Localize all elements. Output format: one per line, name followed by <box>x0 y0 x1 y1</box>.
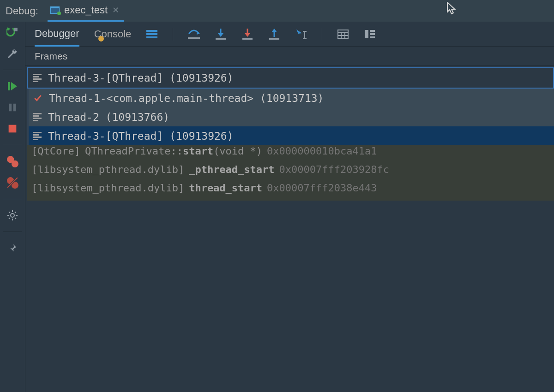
svg-rect-39 <box>370 30 375 32</box>
settings-icon[interactable] <box>6 209 18 221</box>
pin-icon[interactable] <box>6 242 18 254</box>
thread-option-2[interactable]: Thread-2 (10913766) <box>29 107 554 126</box>
wrench-icon[interactable] <box>6 48 18 59</box>
svg-rect-2 <box>9 104 12 112</box>
thread-dropdown: Thread-1-<com.apple.main-thread> (109137… <box>27 89 554 145</box>
thread-option-1[interactable]: Thread-1-<com.apple.main-thread> (109137… <box>29 89 554 107</box>
svg-rect-3 <box>13 104 16 112</box>
svg-rect-0 <box>14 28 18 31</box>
frame-addr: 0x00007fff203928fc <box>279 164 389 175</box>
debug-title: Debug: <box>6 5 38 17</box>
svg-rect-27 <box>242 38 253 40</box>
debug-tabrow: Debugger Console <box>25 22 554 47</box>
svg-rect-38 <box>365 30 368 38</box>
frame-fn-prefix: QThreadPrivate:: <box>85 145 183 157</box>
svg-point-6 <box>12 160 18 167</box>
thread-icon <box>33 132 42 140</box>
thread-selector[interactable]: Thread-3-[QThread] (10913926) <box>27 67 554 89</box>
stack-frame[interactable]: [QtCore] QThreadPrivate::start(void *) 0… <box>27 145 554 164</box>
frame-sig: (void *) <box>213 145 262 157</box>
svg-line-16 <box>9 212 10 213</box>
mouse-cursor <box>447 2 456 13</box>
svg-rect-22 <box>146 36 157 38</box>
rerun-icon[interactable] <box>6 26 18 38</box>
frame-fn: thread_start <box>189 182 262 194</box>
console-activity-dot <box>98 36 104 42</box>
svg-rect-23 <box>188 37 200 39</box>
svg-line-19 <box>15 212 16 213</box>
evaluate-icon[interactable] <box>337 28 349 40</box>
svg-rect-33 <box>338 30 348 38</box>
step-over-icon[interactable] <box>188 28 200 40</box>
frames-header: Frames <box>25 47 554 66</box>
stop-icon[interactable] <box>6 123 18 135</box>
svg-rect-25 <box>216 38 226 40</box>
check-icon <box>33 94 42 102</box>
frame-fn: _pthread_start <box>189 164 274 175</box>
thread-option-label: Thread-2 (10913766) <box>48 111 169 123</box>
run-config-icon <box>50 6 60 14</box>
breakpoints-icon[interactable] <box>6 155 18 167</box>
thread-option-3[interactable]: Thread-3-[QThread] (10913926) <box>29 126 554 145</box>
svg-rect-20 <box>146 30 157 32</box>
step-into-icon[interactable] <box>215 28 227 40</box>
svg-rect-40 <box>370 33 375 35</box>
layout-icon[interactable] <box>364 28 376 40</box>
frame-module: [libsystem_pthread.dylib] <box>31 164 184 175</box>
tab-debugger[interactable]: Debugger <box>35 22 79 47</box>
debug-topbar: Debug: exec_test ✕ <box>0 0 554 22</box>
thread-option-label: Thread-3-[QThread] (10913926) <box>48 130 234 142</box>
svg-line-17 <box>15 218 16 219</box>
debug-gutter <box>0 22 25 392</box>
svg-rect-41 <box>370 36 375 38</box>
svg-line-18 <box>9 218 10 219</box>
frame-module: [libsystem_pthread.dylib] <box>31 182 184 194</box>
toolbar-divider-2 <box>322 28 322 41</box>
force-step-into-icon[interactable] <box>241 28 253 40</box>
stack-frames: [QtCore] QThreadPrivate::start(void *) 0… <box>27 145 554 201</box>
debug-content: Debugger Console <box>25 22 554 392</box>
mute-breakpoints-icon[interactable] <box>6 177 18 189</box>
frame-addr: 0x00007fff2038e443 <box>267 182 377 194</box>
thread-selector-value: Thread-3-[QThread] (10913926) <box>48 72 234 84</box>
thread-icon <box>33 74 42 82</box>
svg-rect-1 <box>8 82 10 90</box>
frame-addr: 0x000000010bca41a1 <box>267 145 377 157</box>
run-to-cursor-icon[interactable] <box>295 28 307 40</box>
thread-icon <box>33 113 42 121</box>
resume-icon[interactable] <box>6 80 18 92</box>
frame-fn: start <box>183 145 213 157</box>
toolbar-divider <box>173 28 173 41</box>
tab-console[interactable]: Console <box>94 22 132 46</box>
run-config-tab[interactable]: exec_test ✕ <box>48 0 124 22</box>
close-icon[interactable]: ✕ <box>112 5 119 15</box>
svg-rect-21 <box>146 33 157 35</box>
stack-frame[interactable]: [libsystem_pthread.dylib] thread_start 0… <box>27 182 554 201</box>
thread-option-label: Thread-1-<com.apple.main-thread> (109137… <box>49 92 324 104</box>
svg-rect-29 <box>269 38 279 40</box>
svg-rect-4 <box>9 125 17 133</box>
svg-point-11 <box>11 214 14 217</box>
stack-frame[interactable]: [libsystem_pthread.dylib] _pthread_start… <box>27 164 554 182</box>
threads-icon[interactable] <box>146 28 158 40</box>
pause-icon[interactable] <box>6 101 18 113</box>
frame-module: [QtCore] <box>31 145 80 157</box>
step-out-icon[interactable] <box>268 28 280 40</box>
run-config-label: exec_test <box>64 4 108 16</box>
